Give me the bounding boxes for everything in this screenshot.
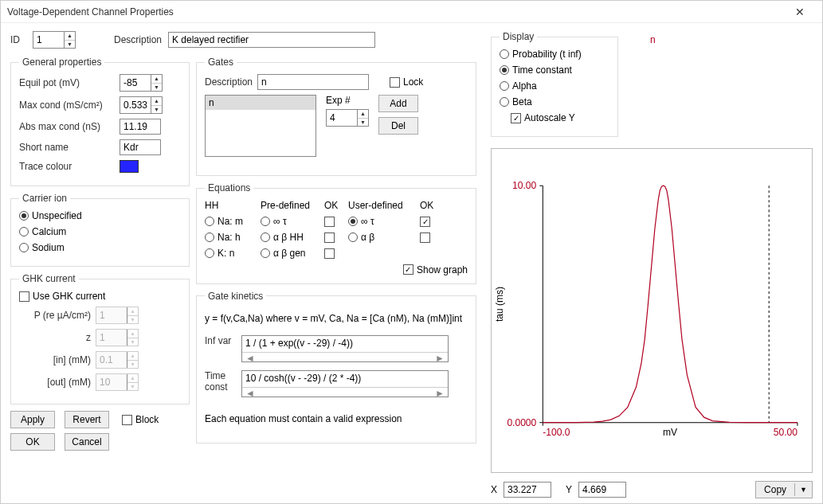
ok1-header: OK: [324, 200, 348, 211]
col-left: General properties Equil pot (mV) ▲▼ Max…: [10, 57, 190, 451]
ok-pre-3[interactable]: [324, 248, 348, 259]
y-label: Y: [566, 484, 572, 495]
time-field[interactable]: 10 / cosh((v - -29) / (2 * -4)) ◄►: [241, 370, 449, 397]
radio-user-inft[interactable]: ∞ τ: [348, 216, 420, 227]
p-label: P (re µA/cm²): [19, 310, 91, 321]
radio-beta[interactable]: Beta: [500, 96, 532, 107]
equil-field[interactable]: [120, 75, 151, 91]
display-legend: Display: [500, 31, 537, 42]
y-readout[interactable]: [578, 482, 626, 498]
radio-time[interactable]: Time constant: [500, 64, 572, 76]
equil-spinner[interactable]: ▲▼: [120, 74, 163, 92]
scroll-left-icon[interactable]: ◄: [245, 388, 255, 397]
use-ghk-checkbox[interactable]: Use GHK current: [19, 291, 105, 302]
apply-button[interactable]: Apply: [10, 411, 55, 428]
scroll-left-icon[interactable]: ◄: [245, 353, 255, 361]
radio-calcium[interactable]: Calcium: [19, 226, 66, 237]
spin-down-icon[interactable]: ▼: [65, 41, 75, 49]
id-label: ID: [10, 34, 26, 45]
svg-text:-100.0: -100.0: [543, 427, 570, 438]
readout-row: X Y Copy▼: [491, 481, 813, 498]
content: ID ▲▼ Description General properties Equ…: [1, 23, 822, 504]
add-button[interactable]: Add: [378, 95, 418, 112]
absmax-field[interactable]: [120, 119, 161, 135]
header-row: ID ▲▼ Description: [10, 31, 476, 49]
trace-label: Trace colour: [19, 161, 115, 172]
id-field[interactable]: [33, 32, 64, 48]
x-readout[interactable]: [504, 482, 551, 498]
exp-spinner[interactable]: ▲▼: [326, 109, 369, 127]
z-label: z: [19, 332, 91, 343]
carrier-group: Carrier ion Unspecified Calcium Sodium: [10, 193, 190, 267]
id-spinner[interactable]: ▲▼: [33, 31, 76, 49]
ok-button[interactable]: OK: [10, 433, 55, 451]
left-panel: ID ▲▼ Description General properties Equ…: [1, 23, 483, 504]
show-graph-checkbox[interactable]: ✓Show graph: [403, 264, 468, 275]
scroll-right-icon[interactable]: ►: [435, 388, 445, 397]
cancel-button[interactable]: Cancel: [65, 433, 109, 451]
svg-text:10.00: 10.00: [512, 180, 536, 191]
gate-desc-field[interactable]: [257, 74, 369, 90]
p-spinner: ▲▼: [96, 307, 139, 324]
radio-inft[interactable]: ∞ τ: [261, 216, 324, 227]
window-title: Voltage-Dependent Channel Properties: [7, 6, 784, 18]
out-spinner: ▲▼: [96, 373, 139, 391]
maxcond-spinner[interactable]: ▲▼: [120, 96, 163, 114]
scroll-right-icon[interactable]: ►: [435, 353, 445, 361]
equations-group: Equations HH Pre-defined OK User-defined…: [196, 182, 476, 284]
action-row1: Apply Revert Block: [10, 411, 190, 428]
radio-kn[interactable]: K: n: [205, 248, 261, 259]
kinetics-formula: y = f(v,Ca,Na) where v = mV, Ca, Na = [C…: [205, 313, 468, 324]
radio-user-ab[interactable]: α β: [348, 232, 420, 243]
gate-list[interactable]: n: [205, 95, 316, 157]
radio-sodium[interactable]: Sodium: [19, 242, 65, 253]
action-row2: OK Cancel: [10, 433, 190, 451]
ok-pre-1[interactable]: [324, 217, 348, 227]
equil-label: Equil pot (mV): [19, 77, 115, 88]
block-checkbox[interactable]: Block: [122, 414, 159, 425]
dropdown-icon[interactable]: ▼: [794, 483, 812, 496]
exp-field[interactable]: [327, 110, 357, 126]
svg-text:0.0000: 0.0000: [507, 417, 536, 428]
equations-legend: Equations: [205, 182, 253, 193]
titlebar: Voltage-Dependent Channel Properties ✕: [1, 1, 822, 23]
trace-color-swatch[interactable]: [120, 160, 139, 173]
chart-svg: 10.000.0000-100.050.00mVtau (ms): [492, 149, 812, 472]
radio-abgen[interactable]: α β gen: [261, 248, 324, 259]
carrier-legend: Carrier ion: [19, 193, 70, 204]
col-right: Gates Description Lock n Exp #: [196, 57, 476, 451]
display-group: Display Probability (t inf) Time constan…: [491, 31, 618, 137]
radio-nam[interactable]: Na: m: [205, 216, 261, 227]
ok-pre-2[interactable]: [324, 232, 348, 243]
description-field[interactable]: [168, 32, 375, 48]
time-label: Time const: [205, 370, 237, 393]
inf-label: Inf var: [205, 335, 237, 346]
short-label: Short name: [19, 142, 115, 153]
list-item[interactable]: n: [206, 96, 315, 110]
close-icon[interactable]: ✕: [784, 6, 816, 18]
radio-prob[interactable]: Probability (t inf): [500, 49, 582, 60]
ok-user-2[interactable]: [420, 232, 444, 243]
kinetics-group: Gate kinetics y = f(v,Ca,Na) where v = m…: [196, 291, 476, 443]
autoscale-checkbox[interactable]: ✓Autoscale Y: [511, 112, 575, 123]
ok-user-1[interactable]: ✓: [420, 217, 444, 227]
radio-unspecified[interactable]: Unspecified: [19, 210, 82, 221]
spin-up-icon[interactable]: ▲: [65, 32, 75, 41]
shortname-field[interactable]: [120, 139, 161, 155]
maxcond-field[interactable]: [120, 97, 151, 113]
revert-button[interactable]: Revert: [65, 411, 109, 428]
radio-alpha[interactable]: Alpha: [500, 80, 537, 92]
svg-text:tau (ms): tau (ms): [494, 287, 505, 322]
general-group: General properties Equil pot (mV) ▲▼ Max…: [10, 57, 190, 186]
pre-header: Pre-defined: [261, 200, 324, 211]
lock-checkbox[interactable]: Lock: [390, 76, 423, 88]
right-panel: Display Probability (t inf) Time constan…: [483, 23, 822, 504]
radio-nah[interactable]: Na: h: [205, 232, 261, 243]
kinetics-note: Each equation must contain a valid expre…: [205, 413, 468, 424]
del-button[interactable]: Del: [378, 117, 418, 135]
inf-field[interactable]: 1 / (1 + exp((v - -29) / -4)) ◄►: [241, 335, 449, 362]
copy-button[interactable]: Copy▼: [755, 481, 813, 498]
chart[interactable]: 10.000.0000-100.050.00mVtau (ms): [491, 148, 813, 473]
kinetics-legend: Gate kinetics: [205, 291, 266, 302]
radio-abhh[interactable]: α β HH: [261, 232, 324, 243]
